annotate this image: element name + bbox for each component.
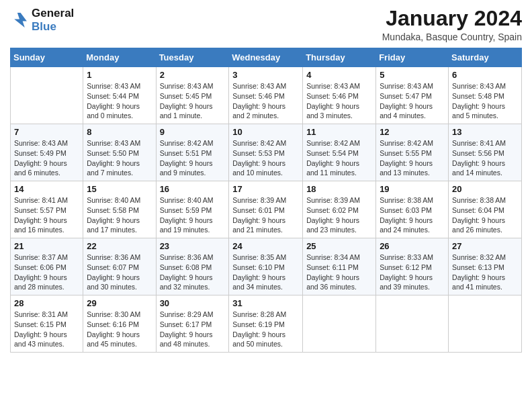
day-number: 21 [14, 241, 79, 251]
calendar-cell [303, 295, 376, 353]
day-info: Sunrise: 8:41 AMSunset: 5:56 PMDaylight:… [452, 138, 518, 178]
day-info: Sunrise: 8:32 AMSunset: 6:13 PMDaylight:… [452, 253, 518, 292]
day-info: Sunrise: 8:39 AMSunset: 6:01 PMDaylight:… [232, 195, 299, 235]
calendar-cell: 9Sunrise: 8:42 AMSunset: 5:51 PMDaylight… [156, 124, 229, 181]
day-info: Sunrise: 8:43 AMSunset: 5:49 PMDaylight:… [14, 138, 79, 178]
day-number: 24 [232, 241, 299, 251]
day-header-tuesday: Tuesday [156, 48, 229, 67]
day-info: Sunrise: 8:28 AMSunset: 6:19 PMDaylight:… [232, 310, 299, 349]
day-header-sunday: Sunday [11, 48, 83, 67]
calendar-cell: 29Sunrise: 8:30 AMSunset: 6:16 PMDayligh… [83, 295, 156, 353]
day-info: Sunrise: 8:38 AMSunset: 6:03 PMDaylight:… [380, 195, 445, 235]
day-number: 17 [232, 184, 299, 194]
day-header-monday: Monday [83, 48, 156, 67]
day-info: Sunrise: 8:43 AMSunset: 5:48 PMDaylight:… [452, 81, 518, 121]
day-info: Sunrise: 8:41 AMSunset: 5:57 PMDaylight:… [14, 195, 79, 235]
calendar-cell: 22Sunrise: 8:36 AMSunset: 6:07 PMDayligh… [83, 238, 156, 295]
calendar-cell: 12Sunrise: 8:42 AMSunset: 5:55 PMDayligh… [376, 124, 449, 181]
logo: General Blue [10, 7, 74, 34]
day-number: 1 [87, 70, 152, 80]
day-number: 16 [160, 184, 226, 194]
day-number: 19 [380, 184, 445, 194]
calendar-cell: 23Sunrise: 8:36 AMSunset: 6:08 PMDayligh… [156, 238, 229, 295]
days-of-week-row: SundayMondayTuesdayWednesdayThursdayFrid… [11, 48, 522, 67]
page-header: General Blue January 2024 Mundaka, Basqu… [10, 7, 522, 42]
day-number: 12 [380, 127, 445, 137]
calendar-cell [11, 67, 83, 124]
day-info: Sunrise: 8:40 AMSunset: 5:59 PMDaylight:… [160, 195, 226, 235]
calendar-cell: 13Sunrise: 8:41 AMSunset: 5:56 PMDayligh… [449, 124, 522, 181]
calendar-cell: 8Sunrise: 8:43 AMSunset: 5:50 PMDaylight… [83, 124, 156, 181]
day-info: Sunrise: 8:43 AMSunset: 5:44 PMDaylight:… [87, 81, 152, 121]
day-header-wednesday: Wednesday [229, 48, 303, 67]
week-row-4: 21Sunrise: 8:37 AMSunset: 6:06 PMDayligh… [11, 238, 522, 295]
month-title: January 2024 [382, 7, 522, 30]
location: Mundaka, Basque Country, Spain [382, 32, 522, 42]
week-row-5: 28Sunrise: 8:31 AMSunset: 6:15 PMDayligh… [11, 295, 522, 353]
day-number: 18 [306, 184, 372, 194]
day-number: 26 [380, 241, 445, 251]
day-info: Sunrise: 8:43 AMSunset: 5:46 PMDaylight:… [232, 81, 299, 121]
day-number: 27 [452, 241, 518, 251]
day-header-thursday: Thursday [303, 48, 376, 67]
calendar-table: SundayMondayTuesdayWednesdayThursdayFrid… [10, 48, 522, 353]
day-info: Sunrise: 8:42 AMSunset: 5:54 PMDaylight:… [306, 138, 372, 178]
logo-icon [10, 11, 29, 30]
calendar-cell: 31Sunrise: 8:28 AMSunset: 6:19 PMDayligh… [229, 295, 303, 353]
day-number: 8 [87, 127, 152, 137]
calendar-cell [449, 295, 522, 353]
day-info: Sunrise: 8:35 AMSunset: 6:10 PMDaylight:… [232, 253, 299, 292]
calendar-header: SundayMondayTuesdayWednesdayThursdayFrid… [11, 48, 522, 67]
day-number: 5 [380, 70, 445, 80]
day-number: 25 [306, 241, 372, 251]
week-row-2: 7Sunrise: 8:43 AMSunset: 5:49 PMDaylight… [11, 124, 522, 181]
calendar-cell [376, 295, 449, 353]
day-number: 15 [87, 184, 152, 194]
day-info: Sunrise: 8:40 AMSunset: 5:58 PMDaylight:… [87, 195, 152, 235]
calendar-cell: 4Sunrise: 8:43 AMSunset: 5:46 PMDaylight… [303, 67, 376, 124]
day-info: Sunrise: 8:43 AMSunset: 5:50 PMDaylight:… [87, 138, 152, 178]
day-info: Sunrise: 8:43 AMSunset: 5:47 PMDaylight:… [380, 81, 445, 121]
week-row-1: 1Sunrise: 8:43 AMSunset: 5:44 PMDaylight… [11, 67, 522, 124]
calendar-cell: 17Sunrise: 8:39 AMSunset: 6:01 PMDayligh… [229, 181, 303, 238]
calendar-cell: 25Sunrise: 8:34 AMSunset: 6:11 PMDayligh… [303, 238, 376, 295]
calendar-cell: 5Sunrise: 8:43 AMSunset: 5:47 PMDaylight… [376, 67, 449, 124]
calendar-cell: 15Sunrise: 8:40 AMSunset: 5:58 PMDayligh… [83, 181, 156, 238]
day-number: 9 [160, 127, 226, 137]
day-number: 22 [87, 241, 152, 251]
day-number: 10 [232, 127, 299, 137]
calendar-cell: 18Sunrise: 8:39 AMSunset: 6:02 PMDayligh… [303, 181, 376, 238]
day-info: Sunrise: 8:43 AMSunset: 5:45 PMDaylight:… [160, 81, 226, 121]
day-number: 11 [306, 127, 372, 137]
week-row-3: 14Sunrise: 8:41 AMSunset: 5:57 PMDayligh… [11, 181, 522, 238]
calendar-cell: 28Sunrise: 8:31 AMSunset: 6:15 PMDayligh… [11, 295, 83, 353]
day-number: 23 [160, 241, 226, 251]
day-info: Sunrise: 8:42 AMSunset: 5:55 PMDaylight:… [380, 138, 445, 178]
day-number: 4 [306, 70, 372, 80]
day-info: Sunrise: 8:42 AMSunset: 5:53 PMDaylight:… [232, 138, 299, 178]
day-number: 2 [160, 70, 226, 80]
day-info: Sunrise: 8:42 AMSunset: 5:51 PMDaylight:… [160, 138, 226, 178]
day-info: Sunrise: 8:39 AMSunset: 6:02 PMDaylight:… [306, 195, 372, 235]
day-info: Sunrise: 8:43 AMSunset: 5:46 PMDaylight:… [306, 81, 372, 121]
calendar-cell: 10Sunrise: 8:42 AMSunset: 5:53 PMDayligh… [229, 124, 303, 181]
day-number: 29 [87, 298, 152, 308]
day-number: 14 [14, 184, 79, 194]
day-number: 31 [232, 298, 299, 308]
calendar-cell: 30Sunrise: 8:29 AMSunset: 6:17 PMDayligh… [156, 295, 229, 353]
calendar-cell: 7Sunrise: 8:43 AMSunset: 5:49 PMDaylight… [11, 124, 83, 181]
title-block: January 2024 Mundaka, Basque Country, Sp… [382, 7, 522, 42]
calendar-cell: 26Sunrise: 8:33 AMSunset: 6:12 PMDayligh… [376, 238, 449, 295]
calendar-cell: 16Sunrise: 8:40 AMSunset: 5:59 PMDayligh… [156, 181, 229, 238]
day-number: 20 [452, 184, 518, 194]
day-number: 3 [232, 70, 299, 80]
day-number: 13 [452, 127, 518, 137]
day-info: Sunrise: 8:34 AMSunset: 6:11 PMDaylight:… [306, 253, 372, 292]
calendar-body: 1Sunrise: 8:43 AMSunset: 5:44 PMDaylight… [11, 67, 522, 353]
day-number: 28 [14, 298, 79, 308]
calendar-cell: 3Sunrise: 8:43 AMSunset: 5:46 PMDaylight… [229, 67, 303, 124]
day-info: Sunrise: 8:29 AMSunset: 6:17 PMDaylight:… [160, 310, 226, 349]
calendar-cell: 20Sunrise: 8:38 AMSunset: 6:04 PMDayligh… [449, 181, 522, 238]
day-header-friday: Friday [376, 48, 449, 67]
svg-marker-0 [14, 13, 27, 28]
